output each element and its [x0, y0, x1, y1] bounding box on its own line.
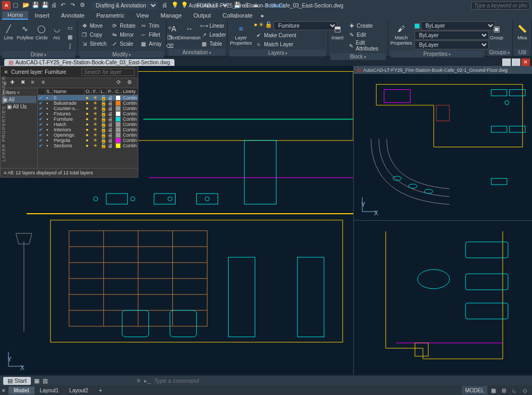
array-button[interactable]: ▦Array — [139, 39, 163, 48]
panel-properties-title[interactable]: Properties — [390, 51, 484, 57]
group-button[interactable]: ▣Group — [488, 21, 504, 40]
move-button[interactable]: ✥Move — [80, 21, 108, 30]
plot-icon[interactable]: 🖨 — [162, 2, 169, 9]
menu-parametric[interactable]: Parametric — [91, 12, 130, 19]
mirror-button[interactable]: ⇋Mirror — [110, 30, 136, 39]
layer-row[interactable]: ✔▪Openings●☀🔓🖨Contin — [38, 132, 138, 138]
menu-annotate[interactable]: Annotate — [56, 12, 90, 19]
table-button[interactable]: ▦Table — [200, 39, 227, 48]
line-button[interactable]: ╱Line — [2, 21, 15, 40]
trim-button[interactable]: ✂Trim — [139, 21, 163, 30]
fillet-button[interactable]: ⌐Fillet — [139, 30, 163, 39]
osnap-icon[interactable]: ◇ — [520, 386, 530, 394]
match-layer-button[interactable]: ≈Match Layer — [254, 40, 337, 48]
menu-collaborate[interactable]: Collaborate — [218, 12, 258, 19]
lineweight-select[interactable]: ByLayer — [414, 31, 489, 40]
insert-button[interactable]: ⬒Insert — [330, 21, 345, 40]
add-layout-button[interactable]: + — [94, 386, 107, 394]
workspace-select[interactable]: Drafting & Annotation — [92, 2, 157, 10]
undo-icon[interactable]: ↶ — [61, 2, 68, 9]
copy-button[interactable]: ❐Copy — [80, 30, 108, 39]
new-layer-icon[interactable]: ✚ — [10, 79, 18, 87]
layer-row[interactable]: ✔▪0●☀🔓🖨Contin — [38, 95, 138, 100]
drawing-tab-1[interactable]: ▤AutoCAD-LT-FY25_Fire-Station-Book-Cafe_… — [4, 59, 174, 66]
layer-search-input[interactable] — [81, 68, 135, 76]
grid-icon[interactable]: ▦ — [488, 386, 498, 394]
bulb-icon[interactable]: ● — [254, 21, 257, 30]
panel-layers-title[interactable]: Layers — [230, 49, 326, 56]
settings-icon[interactable]: ⚙ — [127, 79, 135, 87]
layout-tile-icon[interactable]: ▥ — [43, 377, 48, 384]
menu-manage[interactable]: Manage — [155, 12, 187, 19]
color-swatch[interactable] — [414, 23, 420, 29]
panel-annotation-title[interactable]: Annotation — [169, 49, 226, 56]
make-current-button[interactable]: ✔Make Current — [254, 31, 337, 39]
circle-button[interactable]: ◯Circle — [35, 21, 48, 40]
redo-icon[interactable]: ↷ — [70, 2, 78, 9]
app-icon[interactable]: A — [2, 1, 11, 10]
print-icon[interactable]: 🖨 — [51, 2, 59, 9]
leader-button[interactable]: ↗Leader — [200, 30, 227, 39]
new-icon[interactable]: ▢ — [13, 2, 20, 9]
layout-menu-icon[interactable]: ≡ — [2, 388, 5, 393]
layout2-tab[interactable]: Layout2 — [64, 386, 94, 394]
bulb2-icon[interactable]: 💡 — [181, 2, 188, 9]
layer-row[interactable]: ✔▪Pergola●☀🔓🖨Contin — [38, 138, 138, 143]
rotate-button[interactable]: ⟳Rotate — [110, 21, 136, 30]
viewport-right-top[interactable]: ▤ AutoCAD-LT-FY25_Fire-Station-Book-Cafe… — [354, 66, 532, 221]
delete-layer-icon[interactable]: ✖ — [21, 79, 28, 87]
panel-draw-title[interactable]: Draw — [2, 51, 75, 58]
hatch-button[interactable]: ▦ — [65, 32, 75, 41]
saveas-icon[interactable]: 💾 — [41, 2, 49, 9]
help-search-input[interactable] — [471, 2, 530, 10]
model-space-button[interactable]: MODEL — [462, 386, 487, 394]
panel-modify-title[interactable]: Modify — [80, 51, 164, 58]
spline-button[interactable]: ∫ — [65, 41, 75, 50]
create-block-button[interactable]: ✚Create — [347, 21, 386, 30]
layer-properties-button[interactable]: ≡Layer Properties — [230, 21, 252, 46]
ortho-icon[interactable]: ∟ — [510, 386, 519, 394]
layer-row[interactable]: ✔▪Sections●☀🔓🖨Contin — [38, 143, 138, 148]
window-max-button[interactable]: ☐ — [512, 58, 520, 66]
panel-groups-title[interactable]: Groups — [488, 49, 510, 56]
layer-state2-icon[interactable]: ≡ — [42, 79, 49, 87]
polyline-button[interactable]: ∿Polyline — [17, 21, 33, 40]
match-properties-button[interactable]: 🖌Match Properties — [390, 21, 412, 46]
layout-grid-icon[interactable]: ▦ — [34, 377, 39, 384]
arc-button[interactable]: ◡Arc — [50, 21, 63, 40]
layer-row[interactable]: ✔▪Counter-s...●☀🔓🖨Contin — [38, 106, 138, 111]
window-close-button[interactable]: ✕ — [521, 58, 530, 66]
gear-icon[interactable]: ⚙ — [80, 2, 87, 9]
edit-block-button[interactable]: ✎Edit — [347, 30, 386, 39]
menu-insert[interactable]: Insert — [29, 12, 55, 19]
current-layer-select[interactable]: Furniture — [273, 21, 337, 30]
color-select[interactable]: ByLayer — [421, 21, 495, 30]
edit-attr-button[interactable]: ✎Edit Attributes — [347, 39, 386, 52]
save-icon[interactable]: 💾 — [32, 2, 39, 9]
layout1-tab[interactable]: Layout1 — [35, 386, 64, 394]
command-input[interactable] — [154, 377, 529, 384]
start-tab[interactable]: ▤ Start — [3, 377, 31, 385]
snap-icon[interactable]: ⊞ — [499, 386, 509, 394]
layer-row[interactable]: ✔▪Fixtures●☀🔓🖨Contin — [38, 111, 138, 116]
menu-view[interactable]: View — [131, 12, 154, 19]
layer-row[interactable]: ✔▪Balustrade●☀🔓🖨Contin — [38, 100, 138, 106]
lock-icon[interactable]: 🔓 — [265, 21, 272, 30]
viewport-right-bottom[interactable] — [354, 221, 532, 375]
layer-row[interactable]: ✔▪Hatch●☀🔓🖨Contin — [38, 122, 138, 127]
filter-all[interactable]: ▣ All — [2, 96, 36, 103]
close-panel-icon[interactable]: ✕ — [4, 69, 8, 75]
panel-block-title[interactable]: Block — [330, 53, 386, 60]
drawing-tab-2[interactable]: ▤ AutoCAD-LT-FY25_Fire-Station-Book-Cafe… — [354, 66, 532, 74]
filter-all-used[interactable]: ▣ All Us — [2, 103, 36, 110]
menu-home[interactable]: Home — [2, 11, 28, 20]
linetype-select[interactable]: ByLayer — [414, 40, 489, 49]
sun-icon[interactable]: ☀ — [259, 21, 264, 30]
bulb-icon[interactable]: 💡 — [171, 2, 179, 9]
layer-row[interactable]: ✔▪Interiors●☀🔓🖨Contin — [38, 127, 138, 132]
rect-button[interactable]: ▭ — [65, 23, 75, 32]
menu-overflow-icon[interactable]: ▸ — [261, 12, 264, 19]
scale-button[interactable]: ⤢Scale — [110, 39, 136, 48]
layer-row[interactable]: ✔▪Furniture●☀🔓🖨Contin — [38, 116, 138, 122]
stretch-button[interactable]: ⇲Stretch — [80, 39, 108, 48]
